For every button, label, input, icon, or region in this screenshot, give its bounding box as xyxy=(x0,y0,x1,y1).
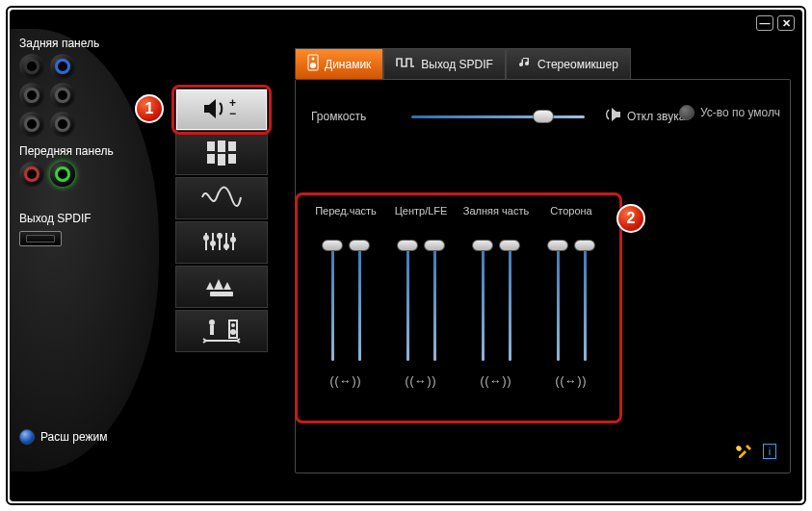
tab-label: Динамик xyxy=(325,58,371,71)
channel-link-toggle[interactable]: ((↔)) xyxy=(383,374,458,388)
svg-point-22 xyxy=(231,323,235,327)
tab-stereomix[interactable]: Стереомикшер xyxy=(506,48,631,79)
svg-rect-2 xyxy=(207,141,215,151)
radio-icon xyxy=(679,105,694,120)
svg-point-15 xyxy=(218,234,222,238)
app-window: — ✕ Задняя панель Передняя панель Выход … xyxy=(10,10,802,501)
channel-group-rear: Залняя часть ((↔)) xyxy=(458,205,534,388)
jack-rear-4[interactable] xyxy=(50,83,75,108)
slider-track xyxy=(411,115,585,118)
tab-spdif[interactable]: Выход SPDIF xyxy=(383,48,506,79)
spdif-port-icon[interactable] xyxy=(19,231,62,246)
speaker-plusminus-icon: +− xyxy=(200,96,243,124)
channel-link-toggle[interactable]: ((↔)) xyxy=(458,374,534,388)
channel-group-side: Сторона ((↔)) xyxy=(534,205,609,388)
svg-rect-7 xyxy=(228,154,236,164)
svg-rect-4 xyxy=(228,141,236,151)
music-note-icon xyxy=(518,56,532,72)
room-icon xyxy=(200,317,243,346)
channel-label: Сторона xyxy=(534,205,609,222)
mute-button[interactable]: Откл звука xyxy=(602,107,685,125)
front-panel-title: Передняя панель xyxy=(19,144,159,158)
svg-point-13 xyxy=(204,236,208,240)
svg-rect-3 xyxy=(218,141,225,152)
channel-group-front: Перед.часть ((↔)) xyxy=(308,205,383,388)
side-tab-effects[interactable] xyxy=(175,177,268,219)
left-panel: Задняя панель Передняя панель Выход SPDI… xyxy=(10,29,159,472)
equalizer-icon xyxy=(202,230,241,256)
spdif-title: Выход SPDIF xyxy=(19,212,159,225)
channel-label: Перед.часть xyxy=(308,205,383,222)
mute-label: Откл звука xyxy=(627,110,685,123)
svg-point-16 xyxy=(224,244,228,248)
tab-label: Стереомикшер xyxy=(537,58,618,71)
device-tabs: Динамик Выход SPDIF Стереомикшер xyxy=(295,48,631,79)
svg-point-25 xyxy=(312,58,315,61)
default-device-label: Ус-во по умолч xyxy=(700,106,780,119)
speaker-grid-icon xyxy=(205,140,238,169)
svg-point-26 xyxy=(310,63,316,68)
jack-rear-5[interactable] xyxy=(19,112,44,137)
slider-thumb[interactable] xyxy=(533,110,554,123)
channel-link-toggle[interactable]: ((↔)) xyxy=(308,374,383,388)
channel-link-toggle[interactable]: ((↔)) xyxy=(534,374,609,388)
jack-front-2[interactable] xyxy=(50,162,75,187)
channel-slider[interactable] xyxy=(401,245,414,361)
channel-slider[interactable] xyxy=(503,245,516,361)
svg-text:−: − xyxy=(229,107,236,120)
volume-slider[interactable] xyxy=(411,109,585,124)
rear-panel-title: Задняя панель xyxy=(19,37,159,50)
svg-rect-5 xyxy=(207,154,215,164)
speaker-icon xyxy=(307,54,319,74)
svg-point-14 xyxy=(211,242,215,245)
close-button[interactable]: ✕ xyxy=(777,15,795,31)
jack-rear-6[interactable] xyxy=(50,112,75,137)
svg-point-17 xyxy=(231,238,235,242)
info-icon[interactable]: i xyxy=(763,444,776,459)
channel-slider[interactable] xyxy=(326,245,339,361)
channel-slider[interactable] xyxy=(578,245,591,361)
channel-slider[interactable] xyxy=(428,245,441,361)
callout-badge-2: 2 xyxy=(616,204,645,233)
side-tab-config[interactable] xyxy=(175,133,268,175)
channel-balance-panel: Перед.часть ((↔)) Центр/LFE ((↔)) xyxy=(299,197,616,421)
channel-group-center: Центр/LFE ((↔)) xyxy=(383,205,458,388)
tab-speaker[interactable]: Динамик xyxy=(295,48,383,79)
jack-rear-2[interactable] xyxy=(50,54,75,79)
tools-icon[interactable] xyxy=(736,444,753,463)
jack-rear-3[interactable] xyxy=(19,83,44,108)
jack-front-1[interactable] xyxy=(19,162,44,187)
environment-icon xyxy=(200,272,243,302)
svg-rect-20 xyxy=(210,325,214,335)
jack-rear-1[interactable] xyxy=(19,54,44,79)
svg-rect-6 xyxy=(218,154,225,166)
dot-icon xyxy=(19,429,35,445)
side-tab-eq[interactable] xyxy=(175,221,268,264)
tab-label: Выход SPDIF xyxy=(421,58,493,71)
side-tab-env[interactable] xyxy=(175,266,268,308)
channel-slider[interactable] xyxy=(476,245,489,361)
content-panel: Громкость Откл звука Ус-во по умолч Пере… xyxy=(295,79,791,473)
square-wave-icon xyxy=(396,57,415,71)
channel-label: Центр/LFE xyxy=(383,205,458,222)
callout-badge-1: 1 xyxy=(135,94,164,123)
sine-wave-icon xyxy=(200,186,243,212)
channel-slider[interactable] xyxy=(551,245,564,361)
advanced-mode-label: Расш режим xyxy=(40,430,107,444)
svg-rect-18 xyxy=(210,292,233,296)
side-tab-room[interactable] xyxy=(175,310,268,352)
svg-point-19 xyxy=(209,319,215,325)
svg-point-23 xyxy=(230,329,236,335)
advanced-mode-toggle[interactable]: Расш режим xyxy=(19,429,107,445)
side-tab-volume[interactable]: +− xyxy=(175,89,268,131)
mute-icon xyxy=(602,107,621,125)
default-device-toggle[interactable]: Ус-во по умолч xyxy=(679,105,780,120)
channel-slider[interactable] xyxy=(353,245,366,361)
side-tabs: +− xyxy=(175,89,268,354)
channel-label: Залняя часть xyxy=(458,205,534,222)
minimize-button[interactable]: — xyxy=(756,15,773,31)
volume-label: Громкость xyxy=(311,110,394,123)
